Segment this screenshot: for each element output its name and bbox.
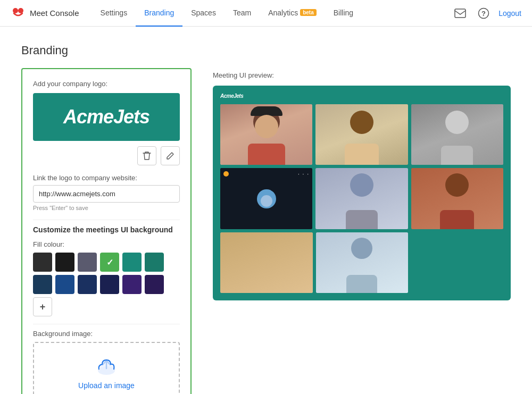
app-name: Meet Console xyxy=(30,9,79,18)
color-swatch-12[interactable] xyxy=(145,275,164,294)
fill-colour-label: Fill colour: xyxy=(33,240,180,248)
pencil-icon xyxy=(166,152,174,160)
save-hint: Press "Enter" to save xyxy=(33,205,180,211)
main-content: Branding Add your company logo: AcmeJets xyxy=(0,27,532,394)
color-swatch-9[interactable] xyxy=(78,275,97,294)
add-color-button[interactable]: + xyxy=(33,297,52,316)
logo-section-label: Add your company logo: xyxy=(33,80,180,88)
email-icon-btn[interactable] xyxy=(452,5,469,22)
video-row-1 xyxy=(220,104,503,165)
preview-label: Meeting UI preview: xyxy=(213,71,511,79)
color-swatch-8[interactable] xyxy=(55,275,74,294)
video-row-3 xyxy=(220,232,408,294)
nav-analytics[interactable]: Analytics beta xyxy=(260,0,325,27)
cell-options: · · · xyxy=(298,170,310,178)
email-icon xyxy=(454,9,466,18)
bg-image-label: Background image: xyxy=(33,330,180,338)
upload-area[interactable]: Upload an image 1280x800px png, up to 1M… xyxy=(33,342,180,394)
nav-settings[interactable]: Settings xyxy=(92,0,136,27)
color-swatch-3[interactable] xyxy=(78,253,97,272)
video-row-2: · · · xyxy=(220,168,503,229)
svg-point-0 xyxy=(13,8,18,13)
edit-logo-button[interactable] xyxy=(161,146,180,165)
divider-1 xyxy=(33,220,180,220)
right-panel: Meeting UI preview: AcmeJets xyxy=(213,44,511,394)
video-cell-5 xyxy=(315,168,408,229)
branding-panel: Add your company logo: AcmeJets xyxy=(21,68,192,394)
trash-icon xyxy=(143,151,151,161)
status-dot xyxy=(223,171,229,177)
preview-logo-text: AcmeJets xyxy=(220,93,503,99)
link-section-label: Link the logo to company website: xyxy=(33,174,180,182)
color-swatch-11[interactable] xyxy=(122,275,142,294)
left-column: Branding Add your company logo: AcmeJets xyxy=(21,44,192,394)
navbar: Meet Console Settings Branding Spaces Te… xyxy=(0,0,532,27)
nav-branding[interactable]: Branding xyxy=(136,0,182,27)
logo-actions xyxy=(33,146,180,165)
color-swatch-6[interactable] xyxy=(145,253,164,272)
color-swatch-5[interactable] xyxy=(122,253,142,272)
page-title: Branding xyxy=(21,44,192,57)
nav-links: Settings Branding Spaces Team Analytics … xyxy=(92,0,448,27)
video-cell-4: · · · xyxy=(220,168,312,229)
app-logo[interactable]: Meet Console xyxy=(11,6,79,21)
upload-cloud-icon xyxy=(95,354,118,377)
nav-team[interactable]: Team xyxy=(225,0,260,27)
nav-spaces[interactable]: Spaces xyxy=(182,0,225,27)
svg-text:?: ? xyxy=(481,10,486,18)
nav-billing[interactable]: Billing xyxy=(325,0,362,27)
logout-button[interactable]: Logout xyxy=(498,9,521,18)
color-swatches: ✓ + xyxy=(33,253,180,316)
color-swatch-1[interactable] xyxy=(33,253,52,272)
meeting-preview: AcmeJets xyxy=(213,86,511,300)
color-swatch-7[interactable] xyxy=(33,275,52,294)
divider-2 xyxy=(33,324,180,324)
color-swatch-10[interactable] xyxy=(100,275,119,294)
video-cell-3 xyxy=(411,104,503,165)
video-cell-8 xyxy=(316,232,409,294)
delete-logo-button[interactable] xyxy=(137,146,156,165)
logo-icon xyxy=(11,6,26,21)
website-url-input[interactable] xyxy=(33,185,180,203)
svg-point-1 xyxy=(18,8,23,13)
logo-preview: AcmeJets xyxy=(33,93,180,141)
nav-right: ? Logout xyxy=(452,5,521,22)
help-icon-btn[interactable]: ? xyxy=(475,5,492,22)
color-swatch-2[interactable] xyxy=(55,253,74,272)
upload-link[interactable]: Upload an image xyxy=(78,381,135,390)
video-cell-1 xyxy=(220,104,312,165)
analytics-badge: beta xyxy=(300,9,317,16)
customize-title: Customize the meetings UI background xyxy=(33,225,180,234)
svg-rect-2 xyxy=(455,9,466,18)
logo-display-text: AcmeJets xyxy=(63,106,149,128)
video-cell-2 xyxy=(315,104,408,165)
video-cell-6 xyxy=(411,168,503,229)
help-icon: ? xyxy=(478,7,489,19)
video-cell-7 xyxy=(220,232,313,294)
color-swatch-4[interactable]: ✓ xyxy=(100,253,119,272)
